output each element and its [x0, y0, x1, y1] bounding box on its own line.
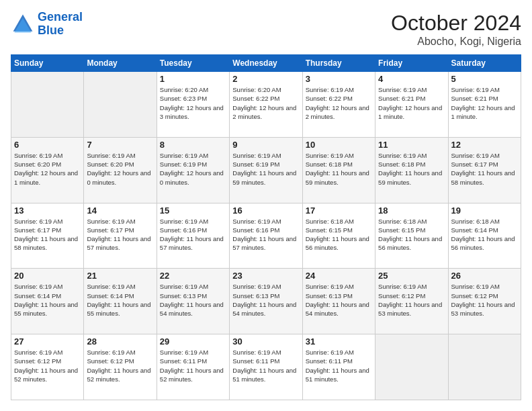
table-row: 5Sunrise: 6:19 AM Sunset: 6:21 PM Daylig…: [448, 72, 521, 138]
day-number: 24: [306, 271, 372, 281]
table-row: 19Sunrise: 6:18 AM Sunset: 6:14 PM Dayli…: [448, 203, 521, 269]
table-row: 24Sunrise: 6:19 AM Sunset: 6:13 PM Dayli…: [302, 269, 375, 334]
day-number: 4: [378, 74, 445, 84]
day-info: Sunrise: 6:19 AM Sunset: 6:17 PM Dayligh…: [87, 217, 153, 253]
month-title: October 2024: [391, 11, 521, 36]
day-number: 22: [160, 271, 226, 281]
table-row: [448, 334, 521, 400]
day-info: Sunrise: 6:20 AM Sunset: 6:22 PM Dayligh…: [232, 85, 299, 121]
day-info: Sunrise: 6:18 AM Sunset: 6:14 PM Dayligh…: [451, 217, 518, 253]
table-row: 17Sunrise: 6:18 AM Sunset: 6:15 PM Dayli…: [302, 203, 375, 269]
day-info: Sunrise: 6:19 AM Sunset: 6:12 PM Dayligh…: [87, 348, 153, 383]
location-title: Abocho, Kogi, Nigeria: [391, 36, 521, 48]
day-number: 31: [306, 336, 372, 347]
table-row: 13Sunrise: 6:19 AM Sunset: 6:17 PM Dayli…: [11, 203, 84, 269]
day-info: Sunrise: 6:18 AM Sunset: 6:15 PM Dayligh…: [306, 217, 372, 253]
table-row: 10Sunrise: 6:19 AM Sunset: 6:18 PM Dayli…: [302, 137, 375, 203]
table-row: 7Sunrise: 6:19 AM Sunset: 6:20 PM Daylig…: [84, 137, 157, 203]
header: General Blue October 2024 Abocho, Kogi, …: [11, 11, 521, 48]
day-info: Sunrise: 6:19 AM Sunset: 6:19 PM Dayligh…: [160, 151, 226, 187]
day-info: Sunrise: 6:19 AM Sunset: 6:20 PM Dayligh…: [14, 151, 81, 187]
table-row: 27Sunrise: 6:19 AM Sunset: 6:12 PM Dayli…: [11, 334, 84, 400]
day-info: Sunrise: 6:19 AM Sunset: 6:21 PM Dayligh…: [451, 85, 518, 121]
table-row: [375, 334, 448, 400]
day-number: 19: [451, 205, 518, 216]
day-number: 2: [232, 74, 299, 84]
day-number: 27: [14, 336, 81, 347]
day-number: 17: [306, 205, 372, 216]
calendar-table: Sunday Monday Tuesday Wednesday Thursday…: [11, 54, 521, 400]
day-info: Sunrise: 6:19 AM Sunset: 6:16 PM Dayligh…: [160, 217, 226, 253]
day-info: Sunrise: 6:19 AM Sunset: 6:21 PM Dayligh…: [378, 85, 445, 121]
calendar-week-row: 20Sunrise: 6:19 AM Sunset: 6:14 PM Dayli…: [11, 269, 521, 334]
day-info: Sunrise: 6:19 AM Sunset: 6:20 PM Dayligh…: [87, 151, 153, 187]
day-number: 7: [87, 140, 153, 150]
day-info: Sunrise: 6:19 AM Sunset: 6:14 PM Dayligh…: [14, 282, 81, 318]
table-row: 31Sunrise: 6:19 AM Sunset: 6:11 PM Dayli…: [302, 334, 375, 400]
col-wednesday: Wednesday: [230, 55, 302, 72]
col-sunday: Sunday: [11, 55, 84, 72]
table-row: 12Sunrise: 6:19 AM Sunset: 6:17 PM Dayli…: [448, 137, 521, 203]
day-info: Sunrise: 6:19 AM Sunset: 6:18 PM Dayligh…: [306, 151, 372, 187]
logo-line1: General: [38, 10, 83, 24]
table-row: 16Sunrise: 6:19 AM Sunset: 6:16 PM Dayli…: [230, 203, 302, 269]
table-row: 30Sunrise: 6:19 AM Sunset: 6:11 PM Dayli…: [230, 334, 302, 400]
table-row: 28Sunrise: 6:19 AM Sunset: 6:12 PM Dayli…: [84, 334, 157, 400]
table-row: 26Sunrise: 6:19 AM Sunset: 6:12 PM Dayli…: [448, 269, 521, 334]
col-friday: Friday: [375, 55, 448, 72]
day-info: Sunrise: 6:19 AM Sunset: 6:11 PM Dayligh…: [160, 348, 226, 383]
day-info: Sunrise: 6:20 AM Sunset: 6:23 PM Dayligh…: [160, 85, 226, 121]
day-info: Sunrise: 6:19 AM Sunset: 6:12 PM Dayligh…: [14, 348, 81, 383]
day-number: 8: [160, 140, 226, 150]
day-number: 14: [87, 205, 153, 216]
col-monday: Monday: [84, 55, 157, 72]
table-row: 9Sunrise: 6:19 AM Sunset: 6:19 PM Daylig…: [230, 137, 302, 203]
day-number: 16: [232, 205, 299, 216]
day-number: 30: [232, 336, 299, 347]
day-number: 9: [232, 140, 299, 150]
day-info: Sunrise: 6:19 AM Sunset: 6:22 PM Dayligh…: [306, 85, 372, 121]
col-thursday: Thursday: [302, 55, 375, 72]
header-row: Sunday Monday Tuesday Wednesday Thursday…: [11, 55, 521, 72]
day-info: Sunrise: 6:19 AM Sunset: 6:17 PM Dayligh…: [14, 217, 81, 253]
day-number: 13: [14, 205, 81, 216]
day-number: 20: [14, 271, 81, 281]
day-number: 3: [306, 74, 372, 84]
table-row: 6Sunrise: 6:19 AM Sunset: 6:20 PM Daylig…: [11, 137, 84, 203]
day-number: 25: [378, 271, 445, 281]
table-row: [11, 72, 84, 138]
day-info: Sunrise: 6:19 AM Sunset: 6:13 PM Dayligh…: [306, 282, 372, 318]
table-row: 15Sunrise: 6:19 AM Sunset: 6:16 PM Dayli…: [157, 203, 229, 269]
table-row: 21Sunrise: 6:19 AM Sunset: 6:14 PM Dayli…: [84, 269, 157, 334]
table-row: 2Sunrise: 6:20 AM Sunset: 6:22 PM Daylig…: [230, 72, 302, 138]
day-number: 11: [378, 140, 445, 150]
table-row: 25Sunrise: 6:19 AM Sunset: 6:12 PM Dayli…: [375, 269, 448, 334]
day-number: 12: [451, 140, 518, 150]
logo-line2: Blue: [38, 24, 64, 37]
day-number: 28: [87, 336, 153, 347]
table-row: 29Sunrise: 6:19 AM Sunset: 6:11 PM Dayli…: [157, 334, 229, 400]
calendar-week-row: 27Sunrise: 6:19 AM Sunset: 6:12 PM Dayli…: [11, 334, 521, 400]
table-row: 8Sunrise: 6:19 AM Sunset: 6:19 PM Daylig…: [157, 137, 229, 203]
table-row: 23Sunrise: 6:19 AM Sunset: 6:13 PM Dayli…: [230, 269, 302, 334]
day-info: Sunrise: 6:19 AM Sunset: 6:19 PM Dayligh…: [232, 151, 299, 187]
calendar-week-row: 13Sunrise: 6:19 AM Sunset: 6:17 PM Dayli…: [11, 203, 521, 269]
col-saturday: Saturday: [448, 55, 521, 72]
day-number: 6: [14, 140, 81, 150]
day-number: 23: [232, 271, 299, 281]
title-block: October 2024 Abocho, Kogi, Nigeria: [391, 11, 521, 48]
logo: General Blue: [11, 11, 83, 38]
day-number: 10: [306, 140, 372, 150]
calendar-week-row: 1Sunrise: 6:20 AM Sunset: 6:23 PM Daylig…: [11, 72, 521, 138]
table-row: 3Sunrise: 6:19 AM Sunset: 6:22 PM Daylig…: [302, 72, 375, 138]
day-number: 21: [87, 271, 153, 281]
day-info: Sunrise: 6:19 AM Sunset: 6:11 PM Dayligh…: [306, 348, 372, 383]
day-number: 29: [160, 336, 226, 347]
table-row: 22Sunrise: 6:19 AM Sunset: 6:13 PM Dayli…: [157, 269, 229, 334]
day-info: Sunrise: 6:19 AM Sunset: 6:17 PM Dayligh…: [451, 151, 518, 187]
table-row: 20Sunrise: 6:19 AM Sunset: 6:14 PM Dayli…: [11, 269, 84, 334]
day-info: Sunrise: 6:18 AM Sunset: 6:15 PM Dayligh…: [378, 217, 445, 253]
calendar-week-row: 6Sunrise: 6:19 AM Sunset: 6:20 PM Daylig…: [11, 137, 521, 203]
day-number: 1: [160, 74, 226, 84]
day-info: Sunrise: 6:19 AM Sunset: 6:16 PM Dayligh…: [232, 217, 299, 253]
